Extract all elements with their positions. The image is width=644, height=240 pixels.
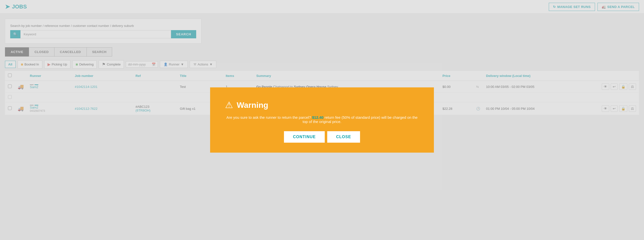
warning-title-text: Warning — [237, 101, 268, 110]
warning-triangle-icon: ⚠ — [225, 100, 233, 110]
warning-body: Are you sure to ask the runner to return… — [225, 115, 419, 120]
warning-dialog: ⚠ Warning Are you sure to ask the runner… — [210, 87, 434, 120]
warning-title-row: ⚠ Warning — [225, 100, 419, 110]
warning-body-pre: Are you sure to ask the runner to return… — [226, 115, 311, 120]
warning-amount: $12.40 — [312, 115, 324, 120]
warning-overlay: ⚠ Warning Are you sure to ask the runner… — [0, 0, 644, 120]
main-content: Search by job number / reference number … — [0, 14, 644, 120]
